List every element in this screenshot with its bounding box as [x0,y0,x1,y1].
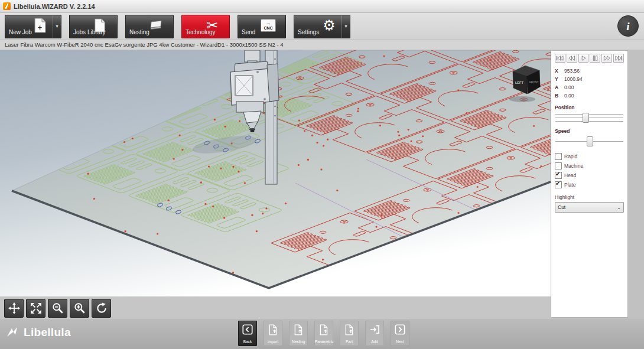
checkbox-label: Rapid [564,154,577,159]
dragonfly-icon [6,326,20,339]
view-cube-right-label: FRONT [529,81,539,84]
rapid-checkbox[interactable]: Rapid [555,153,624,160]
send-button[interactable]: → CNC Send [238,15,286,38]
zoom-out-button[interactable] [48,299,67,318]
file-import-icon [319,323,329,336]
file-import-icon [268,323,278,336]
highlight-dropdown[interactable]: Cut ⌄ [555,202,624,213]
new-document-icon: + [32,18,48,33]
back-icon [242,323,253,336]
axis-value: 0.00 [564,84,574,90]
plate-checkbox[interactable]: Plate [555,181,624,188]
axis-label: X [555,68,564,74]
toolbar-button-label: Send [242,29,255,35]
head-checkbox[interactable]: Head [555,172,624,179]
view-tools [4,299,111,318]
part-button[interactable]: Part [340,321,359,346]
layer-toggles: Rapid Machine Head Plate [555,153,624,188]
fit-view-icon [30,302,42,314]
nesting-step-button[interactable]: Nesting [289,321,308,346]
play-button[interactable] [578,54,589,63]
checkbox-box [555,162,562,169]
step-back-button[interactable] [567,54,577,63]
gear-icon: ⚙ [321,18,337,33]
logo-text: Libellula [24,326,71,339]
zoom-out-icon [52,302,64,314]
axis-label: B [555,93,564,99]
checkbox-label: Plate [564,182,575,188]
axis-value: 0.00 [564,93,574,99]
speed-label: Speed [555,128,624,134]
next-button[interactable]: Next [391,321,409,346]
toolbar-button-label: Nesting [129,29,149,35]
info-button[interactable]: i [617,15,639,37]
add-to-job-icon [369,323,380,336]
send-cnc-icon: → CNC [261,18,276,33]
chevron-down-icon: ⌄ [617,205,621,210]
job-breadcrumb: Laser Fibra Warcom W-FibeR 2040 cnc EsaG… [0,40,644,50]
pan-icon [8,302,20,314]
nesting-scene: LEFT FRONT [0,50,551,296]
checkbox-box [555,181,562,188]
file-import-icon [294,323,304,336]
checkbox-box [555,153,562,160]
libellula-logo: Libellula [6,326,71,339]
new-job-button[interactable]: + New Job ▾ [5,15,61,38]
checkbox-label: Machine [564,163,583,169]
svg-text:+: + [38,24,42,32]
settings-dropdown-arrow[interactable]: ▾ [341,15,350,38]
zoom-in-icon [74,302,86,314]
zoom-in-button[interactable] [70,299,89,318]
add-button[interactable]: Add [365,321,384,346]
view-cube-left-label: LEFT [515,81,523,84]
rotate-view-icon [96,302,108,314]
speed-slider[interactable] [555,136,624,146]
next-icon [395,323,405,336]
import-button[interactable]: Import [264,321,282,346]
toolbar-button-label: Technology [186,29,216,35]
toolbar-button-label: Settings [298,29,319,35]
playback-controls [555,54,624,63]
position-label: Position [555,105,624,110]
nesting-button[interactable]: Nesting [125,15,174,38]
fit-view-button[interactable] [26,299,45,318]
back-button[interactable]: Back [238,321,257,346]
toolbar-button-label: Jobs Library [73,29,105,35]
technology-button[interactable]: ✂ Technology [181,15,230,38]
speed-slider-thumb[interactable] [587,136,593,146]
new-job-dropdown-arrow[interactable]: ▾ [53,15,61,38]
rotate-view-button[interactable] [92,299,111,318]
parametric-button[interactable]: Parametric [314,321,333,346]
sheet-icon [148,18,164,33]
step-forward-button[interactable] [601,54,612,63]
axis-value: 1000.94 [564,76,583,82]
axis-label: A [555,84,564,90]
jobs-library-button[interactable]: Jobs Library [69,15,118,38]
machine-checkbox[interactable]: Machine [555,162,624,169]
axis-label: Y [555,76,564,82]
toolbar-button-label: New Job [9,29,32,35]
axis-value: 953.56 [564,68,580,74]
position-slider[interactable] [555,113,624,122]
axis-readout: X953.56 Y1000.94 A0.00 B0.00 [555,68,624,99]
file-import-icon [344,323,354,336]
checkbox-box [555,172,562,179]
machine-3d-viewport[interactable]: LEFT FRONT [0,50,551,296]
title-bar: Libellula.WIZARD V. 2.2.14 [0,0,644,13]
settings-button[interactable]: ⚙ Settings ▾ [294,15,350,38]
app-icon [3,2,11,10]
skip-to-end-button[interactable] [613,54,624,63]
pan-button[interactable] [4,299,24,318]
highlight-label: Highlight [555,194,624,200]
checkbox-label: Head [564,172,576,178]
main-toolbar: + New Job ▾ Jobs Library Nesting ✂ Techn… [0,13,644,40]
highlight-dropdown-value: Cut [558,204,565,210]
cnc-simulation-panel: X953.56 Y1000.94 A0.00 B0.00 Position Sp… [551,50,628,318]
info-icon: i [626,21,629,32]
window-title: Libellula.WIZARD V. 2.2.14 [14,3,95,10]
wizard-navigation: Back Import Nesting Parametric Part Add [238,321,409,346]
pause-button[interactable] [590,54,600,63]
position-slider-thumb[interactable] [583,113,589,123]
skip-to-start-button[interactable] [555,54,565,63]
